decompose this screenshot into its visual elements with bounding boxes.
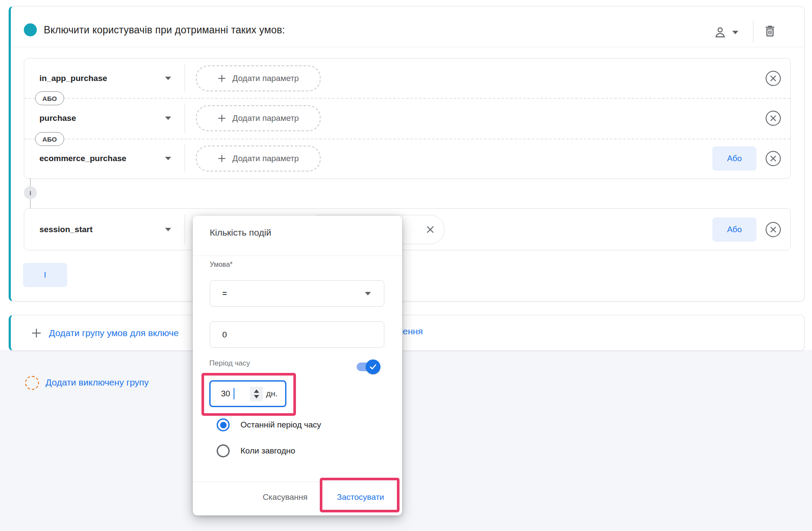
user-scope-menu-button[interactable]: [709, 23, 742, 42]
delete-group-button[interactable]: [760, 21, 780, 40]
add-include-group-label: Додати групу умов для включе: [49, 328, 179, 338]
add-parameter-button[interactable]: Додати параметр: [196, 65, 321, 91]
condition-row-session-start: session_start Або: [24, 209, 790, 250]
event-name: ecommerce_purchase: [39, 154, 127, 163]
and-connector-line: [30, 178, 31, 186]
condition-group-2: session_start Або: [24, 208, 791, 250]
chevron-down-icon[interactable]: [165, 117, 171, 120]
period-unit-label: дн.: [266, 389, 278, 398]
period-days-stepper[interactable]: [250, 387, 263, 401]
add-and-condition-button[interactable]: І: [23, 263, 67, 287]
event-count-dialog: Кількість подій Умова* = 0 Період часу: [193, 216, 402, 515]
audience-builder-page: Включити користувачів при дотриманні так…: [0, 0, 812, 531]
chevron-down-icon[interactable]: [165, 228, 171, 231]
row-divider-vertical: [185, 104, 185, 133]
event-name: in_app_purchase: [39, 74, 107, 83]
chevron-down-icon: [732, 31, 738, 34]
add-parameter-label: Додати параметр: [232, 74, 299, 83]
condition-row-ecommerce-purchase: ecommerce_purchase Додати параметр Або: [24, 139, 790, 178]
remove-condition-button[interactable]: [765, 110, 781, 126]
or-badge: АБО: [35, 132, 64, 146]
dialog-footer-divider: [193, 482, 402, 482]
add-or-condition-button[interactable]: Або: [712, 217, 757, 242]
include-conditions-card: Включити користувачів при дотриманні так…: [9, 6, 805, 301]
time-period-toggle[interactable]: [357, 363, 380, 371]
add-exclude-group-link[interactable]: Додати виключену групу: [45, 377, 149, 388]
remove-condition-button[interactable]: [765, 221, 781, 237]
stepper-down-icon: [254, 395, 259, 398]
plus-icon: [218, 154, 226, 163]
include-card-title: Включити користувачів при дотриманні так…: [44, 24, 285, 36]
cancel-button[interactable]: Скасування: [257, 488, 313, 507]
add-parameter-button[interactable]: Додати параметр: [196, 146, 321, 172]
condition-row-in-app-purchase: in_app_purchase Додати параметр: [24, 58, 790, 98]
chevron-down-icon[interactable]: [165, 77, 171, 80]
remove-condition-button[interactable]: [765, 151, 781, 167]
radio-last-time-period[interactable]: Останній період часу: [217, 418, 321, 431]
remove-chip-button[interactable]: [425, 224, 435, 235]
count-value: 0: [222, 330, 227, 340]
count-value-input[interactable]: 0: [210, 321, 384, 348]
toggle-thumb: [366, 359, 380, 374]
row-divider-vertical: [185, 214, 185, 244]
radio-unselected-icon: [217, 444, 230, 457]
stepper-up-icon: [254, 389, 259, 393]
and-connector-line: [30, 199, 31, 208]
dialog-title: Кількість подій: [210, 227, 271, 238]
person-icon: [713, 26, 727, 39]
close-circle-icon: [765, 151, 781, 167]
add-parameter-label: Додати параметр: [232, 113, 299, 123]
event-select[interactable]: session_start: [39, 225, 93, 234]
radio-any-time[interactable]: Коли завгодно: [217, 444, 295, 457]
radio-dot: [220, 422, 227, 428]
add-or-condition-button[interactable]: Або: [712, 146, 757, 171]
dialog-divider: [193, 256, 402, 256]
plus-icon: [218, 114, 226, 123]
close-circle-icon: [765, 110, 781, 126]
plus-icon: [218, 74, 226, 83]
close-circle-icon: [765, 70, 781, 86]
close-icon: [425, 224, 435, 235]
radio-label: Коли завгодно: [240, 446, 295, 456]
period-days-input-box: дн.: [209, 380, 286, 407]
row-divider-vertical: [185, 64, 185, 92]
add-parameter-label: Додати параметр: [232, 154, 299, 163]
event-name: purchase: [39, 113, 76, 123]
header-divider-vertical: [753, 20, 754, 43]
event-select[interactable]: ecommerce_purchase: [39, 154, 127, 163]
text-cursor: [234, 388, 234, 399]
plus-icon: [31, 327, 42, 339]
event-select[interactable]: in_app_purchase: [39, 74, 107, 83]
radio-selected-icon: [217, 418, 230, 431]
time-period-label: Період часу: [209, 359, 250, 368]
or-badge: АБО: [35, 91, 64, 105]
condition-label: Умова*: [210, 261, 233, 269]
add-include-group-link[interactable]: Додати групу умов для включе: [31, 315, 179, 350]
operator-select[interactable]: =: [210, 280, 384, 307]
check-icon: [369, 363, 377, 371]
chevron-down-icon[interactable]: [165, 157, 171, 160]
close-circle-icon: [765, 221, 781, 237]
radio-label: Останній період часу: [240, 420, 321, 430]
operator-value: =: [222, 289, 227, 298]
and-connector-badge: І: [24, 186, 37, 199]
include-indicator-icon: [24, 23, 37, 36]
apply-button[interactable]: Застосувати: [330, 488, 391, 507]
trash-icon: [763, 23, 777, 38]
remove-condition-button[interactable]: [765, 70, 781, 86]
event-name: session_start: [39, 225, 93, 234]
condition-group-1: in_app_purchase Додати параметр: [24, 58, 791, 179]
add-parameter-button[interactable]: Додати параметр: [196, 105, 321, 131]
header-divider: [11, 47, 804, 47]
chevron-down-icon: [365, 292, 371, 295]
condition-row-purchase: purchase Додати параметр: [24, 98, 790, 139]
event-select[interactable]: purchase: [39, 113, 76, 123]
row-divider-vertical: [185, 144, 185, 173]
dashed-circle-icon: [25, 376, 39, 390]
